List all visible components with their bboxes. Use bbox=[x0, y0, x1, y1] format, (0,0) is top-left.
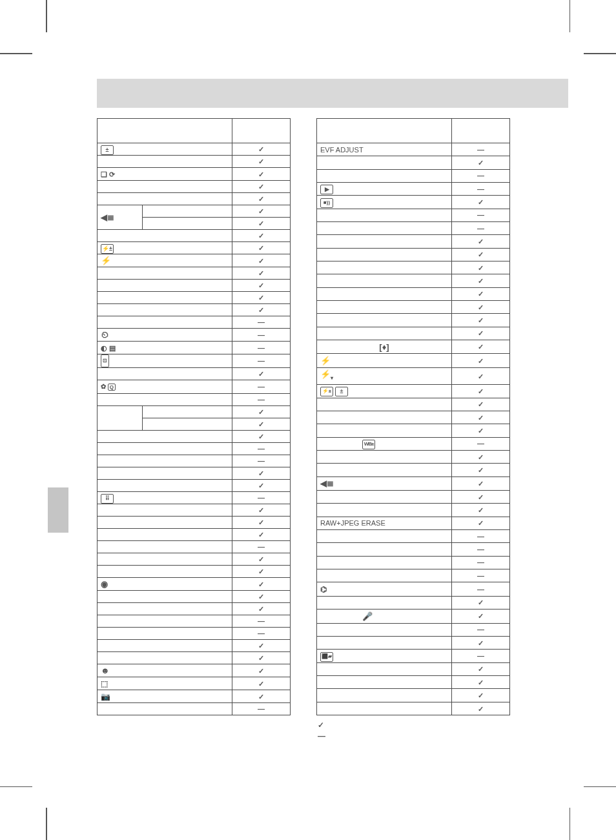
check-icon bbox=[258, 420, 264, 428]
check-icon bbox=[478, 679, 484, 686]
quality-mode-icon: ◀≣ bbox=[101, 212, 114, 223]
check-icon bbox=[258, 232, 264, 240]
check-icon bbox=[478, 414, 484, 422]
check-icon bbox=[258, 408, 264, 416]
crop-mark bbox=[46, 808, 47, 840]
header-function bbox=[98, 119, 232, 143]
check-icon bbox=[258, 469, 264, 477]
check-icon bbox=[478, 691, 484, 699]
header-myset bbox=[232, 119, 291, 143]
mic-icon: 🎤 bbox=[362, 611, 373, 622]
exposure-comp-icon: ± bbox=[335, 387, 348, 396]
tables-container: ± ❏ ⟳ ◀≣ ⚡± ⚡ ⏲ ◐ ▤ ⊡ ✿ Q bbox=[97, 118, 523, 715]
dash-icon bbox=[477, 146, 484, 154]
check-icon bbox=[258, 306, 264, 314]
crop-mark bbox=[570, 0, 571, 32]
camera-lock-icon: 📷 bbox=[101, 691, 110, 702]
check-icon bbox=[258, 195, 264, 203]
check-icon bbox=[478, 343, 484, 351]
dash-icon bbox=[477, 225, 484, 232]
diamond-bracket-icon: [♦] bbox=[379, 342, 389, 353]
check-icon bbox=[258, 642, 264, 650]
dash-icon bbox=[258, 445, 265, 453]
check-icon bbox=[318, 721, 324, 730]
check-icon bbox=[258, 370, 264, 378]
dash-icon bbox=[258, 383, 265, 391]
play-icon: ▶ bbox=[320, 185, 333, 194]
check-icon bbox=[258, 667, 264, 675]
check-icon bbox=[258, 269, 264, 277]
burst-timer-icon: ❏ ⟳ bbox=[101, 169, 115, 180]
check-icon bbox=[478, 198, 484, 206]
check-icon bbox=[258, 282, 264, 289]
function-table-left: ± ❏ ⟳ ◀≣ ⚡± ⚡ ⏲ ◐ ▤ ⊡ ✿ Q bbox=[97, 118, 291, 715]
dash-icon bbox=[258, 357, 265, 365]
dash-icon bbox=[477, 211, 484, 219]
check-icon bbox=[258, 555, 264, 563]
check-icon bbox=[478, 277, 484, 285]
flash-comp-icon: ⚡± bbox=[101, 244, 114, 254]
dash-icon bbox=[258, 457, 265, 465]
check-icon bbox=[258, 433, 264, 440]
check-icon bbox=[258, 593, 264, 600]
check-icon bbox=[478, 665, 484, 673]
check-icon bbox=[478, 705, 484, 713]
check-icon bbox=[258, 257, 264, 265]
check-icon bbox=[478, 251, 484, 258]
crop-mark bbox=[0, 53, 32, 54]
dash-icon bbox=[477, 185, 484, 193]
crop-mark bbox=[584, 786, 616, 788]
table1-body: ± ❏ ⟳ ◀≣ ⚡± ⚡ ⏲ ◐ ▤ ⊡ ✿ Q bbox=[98, 143, 291, 715]
check-icon bbox=[478, 400, 484, 408]
check-icon bbox=[258, 207, 264, 215]
crop-register-icon: ⬚ bbox=[101, 678, 108, 690]
dash-icon bbox=[258, 543, 265, 551]
battery-icon: ⬛▰ bbox=[320, 652, 333, 662]
check-icon bbox=[478, 387, 484, 395]
check-icon bbox=[478, 480, 484, 487]
check-icon bbox=[478, 506, 484, 514]
check-icon bbox=[478, 373, 484, 380]
check-icon bbox=[258, 654, 264, 662]
gear-q-icon: ✿ Q bbox=[101, 381, 116, 393]
dash-icon bbox=[477, 558, 484, 566]
row-label: EVF ADJUST bbox=[317, 143, 452, 156]
check-icon bbox=[478, 357, 484, 365]
header-myset bbox=[452, 119, 510, 143]
check-icon bbox=[478, 290, 484, 298]
crop-mark bbox=[570, 808, 571, 840]
dash-icon bbox=[258, 318, 265, 326]
check-icon bbox=[258, 680, 264, 688]
check-icon bbox=[258, 518, 264, 526]
dash-icon bbox=[477, 172, 484, 179]
check-icon bbox=[258, 294, 264, 302]
check-icon bbox=[258, 244, 264, 252]
check-icon bbox=[258, 158, 264, 165]
check-icon bbox=[258, 605, 264, 613]
flash-icon: ⚡ bbox=[320, 355, 331, 367]
wb-comp-icon: WB± bbox=[362, 440, 375, 449]
header-band bbox=[97, 79, 568, 108]
record-icon: ◉ bbox=[101, 579, 108, 590]
check-icon bbox=[478, 427, 484, 435]
check-icon bbox=[478, 159, 484, 167]
quality-mode-icon: ◀≣ bbox=[320, 478, 334, 489]
legend bbox=[318, 720, 325, 742]
video-icon: ⌬ bbox=[320, 584, 327, 595]
flash-icon: ⚡ bbox=[101, 255, 111, 267]
check-icon bbox=[478, 519, 484, 527]
check-icon bbox=[258, 568, 264, 575]
flash-down-icon: ⚡▾ bbox=[320, 369, 333, 384]
check-icon bbox=[258, 693, 264, 701]
crop-mark bbox=[584, 53, 616, 54]
dash-icon bbox=[258, 331, 265, 339]
page: ± ❏ ⟳ ◀≣ ⚡± ⚡ ⏲ ◐ ▤ ⊡ ✿ Q bbox=[0, 0, 616, 840]
check-icon bbox=[478, 329, 484, 337]
dash-icon bbox=[477, 626, 484, 633]
check-icon bbox=[478, 453, 484, 461]
face-detect-icon: ☻ bbox=[101, 665, 110, 677]
exposure-comp-icon: ± bbox=[101, 145, 114, 155]
check-icon bbox=[258, 580, 264, 588]
check-icon bbox=[478, 466, 484, 474]
dash-icon bbox=[477, 533, 484, 540]
